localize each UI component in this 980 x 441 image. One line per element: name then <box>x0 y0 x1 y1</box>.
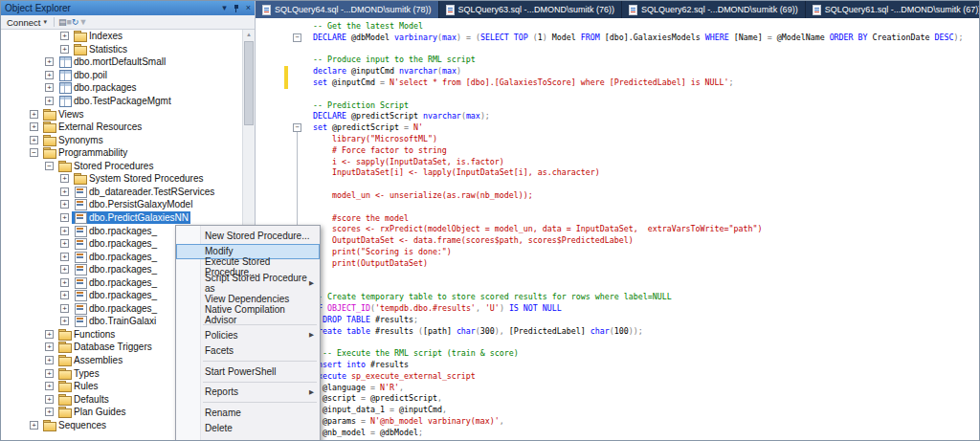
expand-expander-icon[interactable]: + <box>30 110 38 119</box>
code-line <box>313 280 964 292</box>
expand-expander-icon[interactable]: + <box>60 278 69 287</box>
code-line: scores <- rxPredict(modelObject = model_… <box>313 224 964 235</box>
expand-expander-icon[interactable]: + <box>60 213 69 222</box>
tree-item[interactable]: +dbo.mortDefaultSmall <box>1 55 242 69</box>
menu-item-label: Delete <box>205 423 233 433</box>
expand-expander-icon[interactable]: + <box>45 83 54 92</box>
folder-icon <box>58 342 71 352</box>
expand-expander-icon[interactable]: + <box>45 57 54 66</box>
tree-item[interactable]: −Programmability <box>1 146 242 160</box>
expand-expander-icon[interactable]: + <box>45 71 54 79</box>
menu-item-new-stored-procedure[interactable]: New Stored Procedure... <box>176 228 320 244</box>
tree-item-label: dbo.rpackages_ <box>89 252 157 262</box>
document-tab[interactable]: SQLQuery62.sql -...DMOND\sumitk (69)) <box>622 1 806 18</box>
tree-item-content: Statistics <box>72 43 129 55</box>
expand-expander-icon[interactable]: + <box>60 239 69 248</box>
tree-item-content: dbo.rpackages <box>56 81 139 94</box>
expand-expander-icon[interactable]: + <box>45 382 54 390</box>
expand-expander-icon[interactable]: + <box>60 45 69 54</box>
tree-item-label: Database Triggers <box>74 342 152 352</box>
expand-expander-icon[interactable]: + <box>60 253 69 261</box>
tree-item[interactable]: +Statistics <box>1 43 242 56</box>
menu-item-start-powershell[interactable]: Start PowerShell <box>176 364 320 380</box>
window-menu-icon[interactable]: ▾ <box>222 4 227 12</box>
folder-icon <box>43 420 56 430</box>
menu-item-delete[interactable]: Delete <box>176 421 320 437</box>
tree-item[interactable]: +db_datareader.TestRServices <box>1 186 242 199</box>
menu-item-label: View Dependencies <box>205 294 289 304</box>
tree-item[interactable]: +Indexes <box>1 30 242 43</box>
menu-item-rename[interactable]: Rename <box>176 405 320 421</box>
tree-item[interactable]: +dbo.rpackages <box>1 81 242 95</box>
expand-expander-icon[interactable]: + <box>45 342 54 351</box>
tree-item[interactable]: +dbo.PersistGalaxyModel <box>1 198 242 211</box>
expand-expander-icon[interactable]: + <box>60 291 69 299</box>
expand-expander-icon[interactable]: + <box>60 227 69 235</box>
scroll-up-icon[interactable]: ▲ <box>243 30 255 39</box>
expand-expander-icon[interactable]: + <box>45 330 54 339</box>
editor-region: SQLQuery64.sql -...DMOND\sumitk (78))SQL… <box>256 1 979 441</box>
tree-item[interactable]: +Synonyms <box>1 133 242 146</box>
filter-icon[interactable]: ▼ <box>78 17 87 27</box>
stored-procedure-icon <box>74 277 86 288</box>
document-tab[interactable]: SQLQuery64.sql -...DMOND\sumitk (78)) <box>256 1 439 18</box>
expand-expander-icon[interactable]: + <box>60 174 69 183</box>
code-line: DECLARE @predictScript nvarchar(max); <box>313 111 964 122</box>
fold-collapse-icon[interactable]: − <box>293 33 301 42</box>
tree-item-label: dbo.rpackages_ <box>89 303 157 314</box>
expand-expander-icon[interactable]: + <box>60 32 69 40</box>
tree-item-label: Stored Procedures <box>74 161 153 171</box>
tree-item[interactable]: +System Stored Procedures <box>1 172 242 186</box>
expand-expander-icon[interactable]: + <box>60 200 69 209</box>
submenu-arrow-icon: ▶ <box>309 388 314 396</box>
expand-expander-icon[interactable]: + <box>60 187 69 196</box>
tree-item-content: Programmability <box>41 146 129 159</box>
collapse-expander-icon[interactable]: − <box>30 148 38 157</box>
menu-item-policies[interactable]: Policies▶ <box>176 327 320 343</box>
document-tab[interactable]: SQLQuery63.sql -...DMOND\sumitk (76)) <box>439 1 623 18</box>
submenu-arrow-icon: ▶ <box>309 279 314 287</box>
pin-icon[interactable] <box>233 4 240 13</box>
expand-expander-icon[interactable]: + <box>30 122 38 131</box>
expand-expander-icon[interactable]: + <box>30 136 38 144</box>
tree-item-content: dbo.TestPackageMgmt <box>56 95 173 107</box>
document-tab[interactable]: SQLQuery61.sql -...DMOND\sumitk (67)) <box>806 1 979 18</box>
tree-item-label: Sequences <box>58 420 106 430</box>
tree-item[interactable]: +External Resources <box>1 121 242 134</box>
code-line <box>313 202 964 213</box>
tree-item-label: dbo.mortDefaultSmall <box>74 56 166 67</box>
expand-expander-icon[interactable]: + <box>60 317 69 325</box>
menu-item-facets[interactable]: Facets <box>176 343 320 360</box>
expand-expander-icon[interactable]: + <box>45 97 54 105</box>
tree-item[interactable]: −Stored Procedures <box>1 160 242 173</box>
tree-item-label: Defaults <box>74 394 109 405</box>
menu-item-reports[interactable]: Reports▶ <box>176 385 320 401</box>
close-icon[interactable]: × <box>246 4 251 12</box>
menu-item-native-compilation-advisor[interactable]: Native Compilation Advisor <box>176 307 320 323</box>
expand-expander-icon[interactable]: + <box>30 421 38 430</box>
menu-item-label: Rename <box>205 408 241 418</box>
expand-expander-icon[interactable]: + <box>45 395 54 404</box>
scrollbar-thumb[interactable] <box>244 41 254 125</box>
tree-item[interactable]: +Views <box>1 107 242 121</box>
menu-item-label: Start PowerShell <box>205 366 276 377</box>
ssms-window: Object Explorer ▾× Connect ▾ ▤■↻▼ +Index… <box>0 0 980 441</box>
tree-item[interactable]: +dbo.TestPackageMgmt <box>1 95 242 108</box>
tree-item-content: db_datareader.TestRServices <box>72 186 216 198</box>
expand-expander-icon[interactable]: + <box>45 356 54 364</box>
table-icon <box>58 96 71 106</box>
collapse-expander-icon[interactable]: − <box>45 162 54 170</box>
tree-item-label: Indexes <box>89 31 122 41</box>
tree-item[interactable]: +dbo.poil <box>1 69 242 82</box>
connect-button[interactable]: Connect ▾ <box>4 17 50 28</box>
expand-expander-icon[interactable]: + <box>45 369 54 378</box>
menu-item-label: Policies <box>205 330 237 341</box>
menu-item-refresh[interactable]: Refresh <box>176 436 320 441</box>
expand-expander-icon[interactable]: + <box>60 304 69 313</box>
expand-expander-icon[interactable]: + <box>45 408 54 416</box>
sql-editor[interactable]: -- Get the latest ModelDECLARE @dbModel … <box>256 18 979 441</box>
tree-item[interactable]: +dbo.PredictGalaxiesNN <box>1 211 242 225</box>
fold-collapse-icon[interactable]: − <box>293 123 301 132</box>
menu-item-script-stored-procedure-as[interactable]: Script Stored Procedure as▶ <box>176 276 320 292</box>
expand-expander-icon[interactable]: + <box>60 265 69 274</box>
